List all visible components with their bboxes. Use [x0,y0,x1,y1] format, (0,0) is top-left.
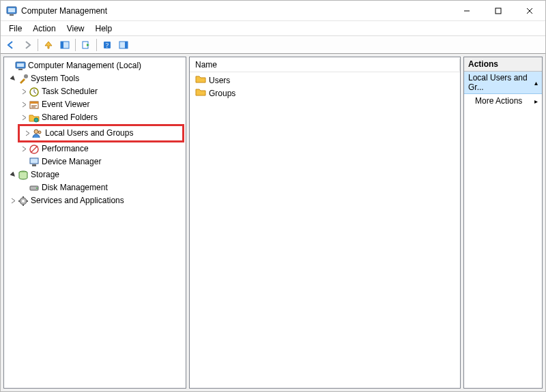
main-area: Computer Management (Local) System Tools [1,54,545,391]
svg-rect-2 [10,14,14,16]
actions-section[interactable]: Local Users and Gr... ▴ [464,72,542,94]
show-hide-action-pane-button[interactable] [116,38,131,52]
tree-device-manager[interactable]: Device Manager [4,155,186,168]
toolbar-separator [75,39,76,51]
tree-label: Disk Management [42,181,108,194]
tree-label: System Tools [31,72,79,85]
expand-icon[interactable] [23,129,32,138]
svg-text:?: ? [106,42,109,49]
expander-placeholder [19,157,29,167]
services-icon [18,196,29,207]
tree-label: Task Scheduler [42,85,98,98]
tree-task-scheduler[interactable]: Task Scheduler [4,85,186,98]
device-manager-icon [29,157,40,168]
submenu-arrow-icon: ▸ [534,97,538,105]
tree-label: Event Viewer [42,98,89,111]
list-item-label: Groups [209,89,235,98]
expander-icon[interactable] [5,61,15,71]
tree-root[interactable]: Computer Management (Local) [4,59,186,72]
list-body: Users Groups [190,72,460,101]
maximize-button[interactable] [483,1,514,21]
actions-header: Actions [464,57,542,72]
list-item-users[interactable]: Users [192,74,457,87]
event-viewer-icon [29,100,40,110]
list-item-label: Users [209,76,230,85]
tree-pane: Computer Management (Local) System Tools [3,57,186,389]
actions-item-label: More Actions [475,96,522,106]
svg-point-24 [34,130,38,134]
svg-line-27 [31,146,38,153]
tools-icon [18,74,29,85]
list-item-groups[interactable]: Groups [192,87,457,100]
tree-event-viewer[interactable]: Event Viewer [4,98,186,111]
disk-icon [29,183,40,194]
svg-rect-4 [495,8,501,14]
svg-rect-16 [18,69,23,70]
storage-icon [18,170,29,181]
highlight-annotation: Local Users and Groups [18,124,184,142]
collapse-icon[interactable] [8,74,18,84]
menu-file[interactable]: File [3,22,27,35]
expand-icon[interactable] [19,113,29,123]
tree-label: Computer Management (Local) [28,59,141,72]
title-bar: Computer Management [1,1,545,21]
tree-label: Device Manager [42,155,101,168]
console-tree[interactable]: Computer Management (Local) System Tools [4,57,186,209]
menu-help[interactable]: Help [90,22,118,35]
folder-icon [195,74,206,87]
list-header: Name [190,57,460,72]
tree-local-users-groups[interactable]: Local Users and Groups [20,126,182,140]
forward-button[interactable] [20,38,35,52]
folder-icon [195,87,206,100]
tree-system-tools[interactable]: System Tools [4,72,186,85]
toolbar-separator [96,39,97,51]
svg-rect-20 [30,102,38,104]
expand-icon[interactable] [19,100,29,110]
expand-icon[interactable] [19,87,29,97]
export-button[interactable] [78,38,94,52]
tree-label: Storage [31,168,59,181]
toolbar: ? [1,36,545,54]
minimize-button[interactable] [451,1,483,21]
svg-point-17 [24,74,28,78]
svg-rect-28 [30,158,38,164]
actions-pane: Actions Local Users and Gr... ▴ More Act… [463,57,543,389]
expand-icon[interactable] [8,196,18,206]
expand-icon[interactable] [19,145,29,154]
toolbar-separator [38,39,38,51]
svg-rect-8 [61,42,63,48]
svg-point-34 [22,200,25,202]
help-button[interactable]: ? [100,38,115,52]
svg-point-23 [34,118,38,122]
up-button[interactable] [41,38,56,52]
menu-view[interactable]: View [61,22,90,35]
collapse-icon[interactable] [8,170,18,180]
show-hide-tree-button[interactable] [57,38,72,52]
tree-storage[interactable]: Storage [4,168,186,181]
svg-rect-1 [8,8,15,12]
column-name[interactable]: Name [190,59,460,71]
clock-icon [29,87,40,97]
svg-rect-13 [125,42,128,48]
list-pane: Name Users Groups [189,57,461,389]
svg-point-25 [38,131,41,134]
collapse-arrow-icon: ▴ [534,79,538,87]
svg-point-32 [36,187,38,189]
actions-section-label: Local Users and Gr... [468,73,534,92]
tree-performance[interactable]: Performance [4,142,186,155]
menu-action[interactable]: Action [27,22,61,35]
tree-shared-folders[interactable]: Shared Folders [4,111,186,124]
tree-disk-management[interactable]: Disk Management [4,181,186,194]
app-icon [6,5,17,16]
svg-rect-29 [32,164,36,166]
shared-folder-icon [29,112,40,123]
close-button[interactable] [514,1,545,21]
performance-icon [29,144,40,155]
users-groups-icon [32,128,43,139]
back-button[interactable] [3,38,18,52]
tree-services-apps[interactable]: Services and Applications [4,194,186,207]
actions-more-actions[interactable]: More Actions ▸ [464,94,542,108]
menu-bar: File Action View Help [1,21,545,36]
tree-label: Local Users and Groups [45,127,133,140]
svg-rect-15 [17,63,24,67]
